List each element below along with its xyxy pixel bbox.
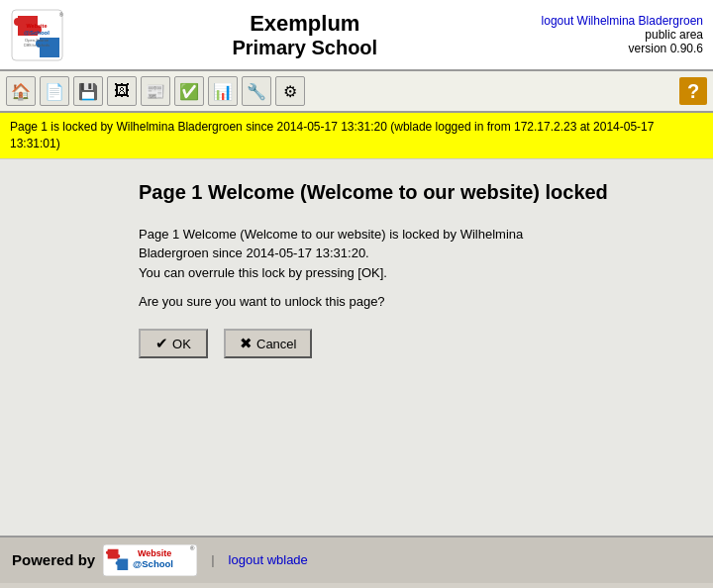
ok-label: OK <box>172 337 191 351</box>
newspaper-button[interactable]: 📰 <box>141 76 170 106</box>
svg-text:Website: Website <box>27 23 48 29</box>
cancel-button[interactable]: ✖ Cancel <box>224 329 312 358</box>
area-label: public area <box>542 28 703 42</box>
site-subtitle: Primary School <box>68 37 542 59</box>
footer: Powered by Website @School ® | logout wb… <box>0 536 713 583</box>
header: Website @School Open-Source CMS for Scho… <box>0 0 713 71</box>
footer-logout-link[interactable]: logout wblade <box>229 552 308 567</box>
dialog-description-1: Page 1 Welcome (Welcome to our website) … <box>139 225 654 283</box>
footer-logout: logout wblade <box>229 552 308 567</box>
logout-area: logout Wilhelmina Bladergroen public are… <box>542 14 703 55</box>
svg-text:@School: @School <box>133 558 173 569</box>
check-button[interactable]: ✅ <box>174 76 204 106</box>
wrench-button[interactable]: 🔧 <box>242 76 271 106</box>
main-content: Page 1 Welcome (Welcome to our website) … <box>0 159 713 536</box>
ok-icon: ✔ <box>155 335 168 352</box>
ok-button[interactable]: ✔ OK <box>139 329 208 358</box>
svg-text:CMS for Schools: CMS for Schools <box>24 44 51 48</box>
home-button[interactable]: 🏠 <box>6 76 36 106</box>
toolbar: 🏠 📄 💾 🖼 📰 ✅ 📊 🔧 ⚙ ? <box>0 71 713 113</box>
svg-text:Website: Website <box>138 548 171 558</box>
save-button[interactable]: 💾 <box>73 76 103 106</box>
logout-link[interactable]: logout Wilhelmina Bladergroen <box>542 14 703 28</box>
button-row: ✔ OK ✖ Cancel <box>139 329 683 358</box>
cancel-label: Cancel <box>256 337 296 351</box>
svg-text:Open-Source: Open-Source <box>25 38 50 43</box>
cancel-icon: ✖ <box>240 335 253 352</box>
image-button[interactable]: 🖼 <box>107 76 137 106</box>
toolbar-icons: 🏠 📄 💾 🖼 📰 ✅ 📊 🔧 ⚙ <box>6 76 679 106</box>
page-button[interactable]: 📄 <box>40 76 69 106</box>
logo-area: Website @School Open-Source CMS for Scho… <box>10 8 68 62</box>
svg-text:®: ® <box>59 12 63 18</box>
footer-separator: | <box>211 552 214 567</box>
site-name: Exemplum <box>68 11 542 37</box>
settings-button[interactable]: ⚙ <box>275 76 305 106</box>
confirm-question: Are you sure you want to unlock this pag… <box>139 294 683 309</box>
powered-by-label: Powered by <box>12 551 95 568</box>
dialog-title: Page 1 Welcome (Welcome to our website) … <box>139 179 683 205</box>
stats-button[interactable]: 📊 <box>208 76 238 106</box>
site-name-block: Exemplum Primary School <box>68 11 542 59</box>
footer-ws-logo: Website @School ® <box>103 544 197 576</box>
svg-text:@School: @School <box>24 30 50 36</box>
help-button[interactable]: ? <box>679 77 707 105</box>
status-message: Page 1 is locked by Wilhelmina Bladergro… <box>10 120 654 150</box>
version-label: version 0.90.6 <box>542 42 703 55</box>
footer-logo: Website @School ® <box>103 544 197 576</box>
status-bar: Page 1 is locked by Wilhelmina Bladergro… <box>0 113 713 159</box>
website-at-school-logo: Website @School Open-Source CMS for Scho… <box>10 8 64 62</box>
svg-text:®: ® <box>190 545 195 551</box>
